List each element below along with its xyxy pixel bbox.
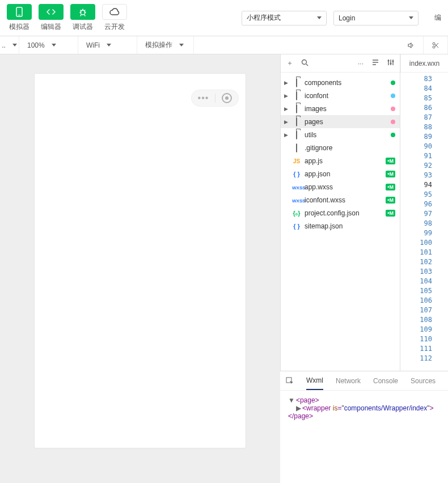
folder-iconfont[interactable]: ▶iconfont <box>281 89 400 102</box>
file-name: components <box>305 79 387 87</box>
modified-badge: •M <box>386 158 395 164</box>
line-number: 110 <box>400 335 448 345</box>
mock-select[interactable]: 模拟操作 <box>137 36 194 54</box>
line-number: 85 <box>400 94 448 104</box>
toolbar-right: 小程序模式 Login 编 <box>242 11 441 26</box>
line-number: 105 <box>400 287 448 296</box>
open-file-tab[interactable]: index.wxn <box>400 54 448 73</box>
line-number: 104 <box>400 277 448 287</box>
speaker-icon <box>407 41 415 49</box>
folder-icon <box>292 131 301 139</box>
settings-button[interactable] <box>387 58 394 68</box>
file-name: utils <box>305 131 387 139</box>
tab-console[interactable]: Console <box>373 372 398 389</box>
explorer-header: ＋ ··· <box>281 54 400 73</box>
mode-value: 小程序模式 <box>247 13 281 23</box>
collapse-button[interactable] <box>371 59 379 67</box>
debugger-button[interactable]: 调试器 <box>70 4 95 32</box>
capsule-close-button[interactable] <box>215 93 238 103</box>
folder-pages[interactable]: ▶pages <box>281 115 400 128</box>
device-select[interactable]: .. <box>0 36 19 54</box>
modified-badge: •M <box>386 197 395 204</box>
status-dot <box>391 120 395 124</box>
inspect-icon[interactable] <box>286 377 294 385</box>
folder-images[interactable]: ▶images <box>281 102 400 115</box>
file-app.js[interactable]: JSapp.js•M <box>281 154 400 167</box>
editor-label: 编辑器 <box>41 22 61 32</box>
file-.gitignore[interactable]: .gitignore <box>281 141 400 154</box>
capsule-bar: ••• <box>191 90 239 107</box>
bug-icon <box>70 4 95 20</box>
wxml-wrapper-tag: wrapper <box>306 404 331 412</box>
svg-point-4 <box>433 46 435 48</box>
line-number: 97 <box>400 210 448 219</box>
file-project.config.json[interactable]: {o}project.config.json•M <box>281 206 400 219</box>
line-number: 90 <box>400 142 448 152</box>
mode-select[interactable]: 小程序模式 <box>242 11 327 26</box>
file-name: pages <box>305 118 387 126</box>
simulator-viewport[interactable]: ••• <box>35 74 246 448</box>
mute-button[interactable] <box>399 36 424 54</box>
new-file-button[interactable]: ＋ <box>286 58 293 68</box>
devtools-tabs: Wxml Network Console Sources <box>280 371 448 391</box>
cut-button[interactable] <box>424 36 448 54</box>
modified-badge: •M <box>386 184 395 190</box>
more-button[interactable]: ··· <box>358 60 364 67</box>
compile-hint: 编 <box>434 13 441 23</box>
svg-rect-1 <box>18 15 20 15</box>
main-toolbar: 模拟器 编辑器 调试器 云开发 小程序模式 Login 编 <box>0 0 448 36</box>
network-select[interactable]: WiFi <box>78 36 137 54</box>
file-name: images <box>305 105 387 113</box>
file-name: sitemap.json <box>305 222 395 230</box>
tab-wxml[interactable]: Wxml <box>306 372 323 390</box>
page-select[interactable]: Login <box>333 11 419 26</box>
folder-utils[interactable]: ▶utils <box>281 128 400 141</box>
file-sitemap.json[interactable]: { }sitemap.json <box>281 219 400 232</box>
line-number: 100 <box>400 239 448 248</box>
file-name: app.wxss <box>305 183 382 191</box>
devtools-body[interactable]: ▼<page> ▶<wrapper is="components/Wrapper… <box>280 391 448 483</box>
page-value: Login <box>339 14 355 22</box>
line-number: 95 <box>400 190 448 200</box>
line-number: 98 <box>400 219 448 229</box>
expand-icon: ▶ <box>284 106 289 112</box>
file-app.json[interactable]: { }app.json•M <box>281 167 400 180</box>
file-icon: {o} <box>292 210 301 217</box>
tab-sources[interactable]: Sources <box>411 372 436 389</box>
file-name: app.js <box>305 157 382 165</box>
file-icon: WXSS <box>292 184 301 190</box>
line-number: 107 <box>400 306 448 316</box>
file-name: .gitignore <box>305 144 395 152</box>
line-number: 96 <box>400 200 448 210</box>
scissors-icon <box>432 41 439 49</box>
line-number: 111 <box>400 345 448 354</box>
line-number: 91 <box>400 152 448 162</box>
cloud-button[interactable]: 云开发 <box>102 4 127 32</box>
file-icon <box>292 144 301 152</box>
line-number: 92 <box>400 162 448 171</box>
line-number: 94 <box>400 181 448 190</box>
status-dot <box>391 107 395 111</box>
status-dot <box>391 133 395 137</box>
cloud-label: 云开发 <box>104 22 125 32</box>
folder-components[interactable]: ▶components <box>281 76 400 89</box>
folder-icon <box>292 118 301 126</box>
file-icon: JS <box>292 158 301 164</box>
editor-button[interactable]: 编辑器 <box>39 4 64 32</box>
file-app.wxss[interactable]: WXSSapp.wxss•M <box>281 180 400 193</box>
line-number: 99 <box>400 229 448 239</box>
folder-icon <box>292 92 301 100</box>
line-number: 102 <box>400 258 448 268</box>
file-name: iconfont <box>305 92 387 100</box>
zoom-select[interactable]: 100% <box>19 36 78 54</box>
modified-badge: •M <box>386 210 395 217</box>
device-label: .. <box>2 41 6 49</box>
simulator-button[interactable]: 模拟器 <box>7 4 32 32</box>
capsule-menu-button[interactable]: ••• <box>192 93 215 103</box>
search-button[interactable] <box>301 59 308 68</box>
svg-point-8 <box>392 61 394 62</box>
tab-network[interactable]: Network <box>336 372 361 389</box>
wxml-is-val: components/Wrapper/index <box>344 404 428 412</box>
file-iconfont.wxss[interactable]: WXSSiconfont.wxss•M <box>281 193 400 206</box>
line-number: 87 <box>400 113 448 123</box>
